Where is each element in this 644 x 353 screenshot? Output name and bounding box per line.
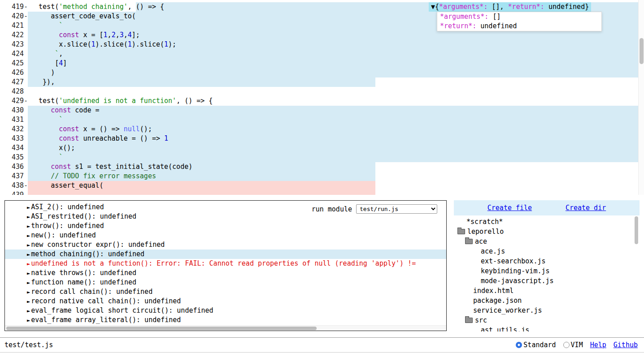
code-line-row[interactable]: 425 [4] [0, 59, 644, 68]
code-line-content[interactable]: `, [28, 49, 644, 59]
line-number-gutter[interactable]: 421 [0, 21, 28, 30]
file-tree-item[interactable]: *scratch* [454, 217, 640, 227]
code-line-content[interactable]: x.slice(1).slice(1).slice(1); [28, 40, 644, 49]
code-line-row[interactable]: 427 }), [0, 77, 644, 87]
create-file-link[interactable]: Create file [487, 204, 532, 212]
editor-vertical-scrollbar[interactable] [638, 0, 644, 195]
expand-arrow-icon[interactable]: ► [27, 289, 30, 295]
code-line-row[interactable]: 423 x.slice(1).slice(1).slice(1); [0, 40, 644, 49]
code-line-content[interactable]: const x = () => null(); [28, 125, 644, 134]
radio-icon[interactable] [516, 342, 522, 348]
calltree-item[interactable]: ►new constructor expr(): undefined [5, 240, 446, 250]
line-number-gutter[interactable]: 438- [0, 181, 28, 190]
keybinding-option-standard[interactable]: Standard [516, 341, 556, 349]
line-number-gutter[interactable]: 431 [0, 115, 28, 125]
code-line-row[interactable]: 429- test('undefined is not a function',… [0, 96, 644, 106]
line-number-gutter[interactable]: 423 [0, 40, 28, 49]
code-line-row[interactable]: 439 [0, 190, 644, 195]
calltree-item[interactable]: ►record native call chain(): undefined [5, 297, 446, 306]
code-line-row[interactable]: 436 const s1 = test_initial_state(code) [0, 162, 644, 172]
code-line-row[interactable]: 433 const unreachable = () => 1 [0, 134, 644, 143]
code-line-row[interactable]: 431 ` [0, 115, 644, 125]
expand-arrow-icon[interactable]: ► [27, 261, 30, 267]
radio-icon[interactable] [563, 342, 570, 348]
line-number-gutter[interactable]: 422 [0, 30, 28, 40]
value-inspector-summary[interactable]: ▼{*arguments*: [], *return*: undefined} [429, 2, 591, 12]
files-vertical-scrollbar[interactable] [635, 216, 638, 328]
code-line-content[interactable]: ` [28, 153, 644, 162]
fold-marker[interactable]: - [24, 96, 28, 106]
code-line-content[interactable]: // TODO fix error messages [28, 172, 644, 181]
file-tree-item[interactable]: src [454, 315, 640, 325]
code-line-row[interactable]: 426 ) [0, 68, 644, 77]
line-number-gutter[interactable]: 429- [0, 96, 28, 106]
line-number-gutter[interactable]: 424 [0, 49, 28, 59]
github-link[interactable]: Github [614, 341, 638, 349]
line-number-gutter[interactable]: 437 [0, 172, 28, 181]
run-module-select[interactable]: test/run.js [356, 204, 437, 214]
line-number-gutter[interactable]: 439 [0, 190, 28, 195]
line-number-gutter[interactable]: 433 [0, 134, 28, 143]
code-line-content[interactable]: const code = [28, 106, 644, 115]
code-line-content[interactable]: x(); [28, 143, 644, 153]
code-line-content[interactable]: const x = [1,2,3,4]; [28, 30, 644, 40]
help-link[interactable]: Help [590, 341, 606, 349]
expand-arrow-icon[interactable]: ► [27, 308, 30, 314]
fold-marker[interactable]: - [24, 181, 28, 190]
file-tree-item[interactable]: ace.js [454, 246, 640, 256]
fold-marker[interactable]: - [24, 12, 28, 21]
code-line-content[interactable]: ` [28, 115, 644, 125]
calltree-item[interactable]: ►method chaining(): undefined [5, 250, 446, 259]
calltree-item[interactable]: ►undefined is not a function(): Error: F… [5, 259, 446, 268]
file-tree-item[interactable]: ace [454, 237, 640, 246]
line-number-gutter[interactable]: 427 [0, 77, 28, 87]
expand-arrow-icon[interactable]: ► [27, 270, 30, 276]
expand-arrow-icon[interactable]: ► [27, 204, 30, 211]
code-line-row[interactable]: 424 `, [0, 49, 644, 59]
code-line-row[interactable]: 430 const code = [0, 106, 644, 115]
line-number-gutter[interactable]: 426 [0, 68, 28, 77]
expand-arrow-icon[interactable]: ► [27, 242, 30, 248]
code-line-row[interactable]: 428 [0, 87, 644, 96]
code-line-content[interactable]: const unreachable = () => 1 [28, 134, 644, 143]
code-line-content[interactable]: }), [28, 77, 644, 87]
line-number-gutter[interactable]: 420- [0, 12, 28, 21]
calltree-item[interactable]: ►function name(): undefined [5, 278, 446, 287]
line-number-gutter[interactable]: 434 [0, 143, 28, 153]
create-dir-link[interactable]: Create dir [566, 204, 606, 212]
line-number-gutter[interactable]: 435 [0, 153, 28, 162]
calltree-horizontal-scrollbar[interactable] [5, 325, 446, 331]
expand-arrow-icon[interactable]: ► [27, 280, 30, 286]
line-number-gutter[interactable]: 419- [0, 2, 28, 12]
file-tree-item[interactable]: leporello [454, 227, 640, 237]
file-tree-item[interactable]: package.json [454, 296, 640, 306]
code-line-content[interactable]: const s1 = test_initial_state(code) [28, 162, 644, 172]
expand-arrow-icon[interactable]: ► [27, 232, 30, 239]
code-line-content[interactable] [28, 87, 644, 96]
expand-arrow-icon[interactable]: ► [27, 214, 30, 220]
calltree-item[interactable]: ►throw(): undefined [5, 221, 446, 231]
calltree-item[interactable]: ►native throws(): undefined [5, 268, 446, 278]
file-tree-item[interactable]: index.html [454, 286, 640, 296]
calltree-item[interactable]: ►eval_frame array_literal(): undefined [5, 315, 446, 325]
code-line-content[interactable]: [4] [28, 59, 644, 68]
line-number-gutter[interactable]: 428 [0, 87, 28, 96]
scrollbar-thumb[interactable] [6, 327, 317, 330]
code-line-row[interactable]: 437 // TODO fix error messages [0, 172, 644, 181]
fold-marker[interactable]: - [24, 2, 28, 12]
calltree-item[interactable]: ►new(): undefined [5, 231, 446, 240]
file-tree-item[interactable]: service_worker.js [454, 306, 640, 315]
expand-arrow-icon[interactable]: ► [27, 251, 30, 258]
file-tree-item[interactable]: ext-searchbox.js [454, 256, 640, 266]
code-line-row[interactable]: 422 const x = [1,2,3,4]; [0, 30, 644, 40]
line-number-gutter[interactable]: 436 [0, 162, 28, 172]
file-tree-item[interactable]: keybinding-vim.js [454, 266, 640, 276]
calltree-item[interactable]: ►eval_frame logical short circuit(): und… [5, 306, 446, 315]
code-line-content[interactable] [28, 190, 644, 195]
line-number-gutter[interactable]: 430 [0, 106, 28, 115]
scrollbar-thumb[interactable] [635, 216, 638, 244]
code-line-content[interactable]: test('undefined is not a function', () =… [28, 96, 644, 106]
expand-arrow-icon[interactable]: ► [27, 298, 30, 305]
code-line-row[interactable]: 438- assert_equal( [0, 181, 644, 190]
scrollbar-thumb[interactable] [640, 38, 644, 64]
